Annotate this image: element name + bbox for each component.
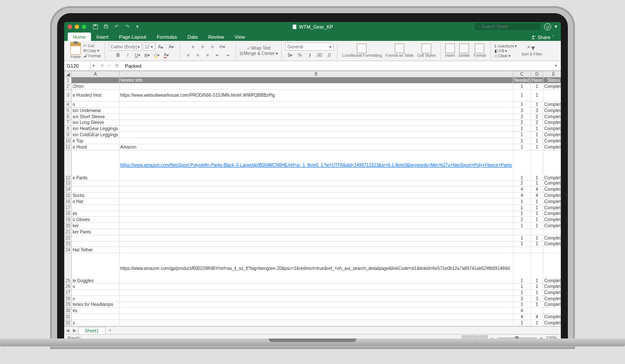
cell[interactable]: [119, 223, 513, 229]
cell[interactable]: 4: [513, 308, 531, 314]
row-header[interactable]: 18: [65, 211, 72, 217]
cell[interactable]: [119, 229, 513, 235]
cell[interactable]: https://www.wetsuitwearhouse.com/PROD/66…: [119, 89, 513, 102]
font-color-button[interactable]: A▾: [162, 51, 171, 59]
format-painter-button[interactable]: 🖌Format: [84, 54, 101, 58]
cell[interactable]: Complete: [543, 289, 561, 295]
fill-button[interactable]: ◧Fill▾: [494, 49, 517, 53]
cell[interactable]: 2: [531, 120, 543, 126]
cell[interactable]: 2: [531, 113, 543, 120]
sheet-nav-prev[interactable]: ◀: [64, 328, 71, 333]
fx-icon[interactable]: fx: [115, 63, 119, 69]
cell[interactable]: Complete: [543, 302, 561, 308]
cell[interactable]: https://www.amazon.com/gp/product/B00239…: [119, 253, 513, 284]
cell[interactable]: [119, 235, 513, 241]
cell[interactable]: [119, 198, 513, 204]
cell[interactable]: 1: [531, 320, 543, 326]
accept-formula-icon[interactable]: ✓: [108, 63, 112, 69]
cell[interactable]: [119, 126, 513, 132]
cell[interactable]: 4: [513, 186, 531, 193]
cell[interactable]: [119, 193, 513, 199]
cell[interactable]: [119, 83, 513, 89]
minimize-window-button[interactable]: [75, 25, 79, 29]
cell[interactable]: Complete: [543, 83, 561, 89]
copy-button[interactable]: ⧉Copy▾: [84, 48, 101, 53]
italic-button[interactable]: I: [123, 51, 133, 59]
cell[interactable]: 1: [531, 83, 543, 89]
row-header[interactable]: 30: [65, 308, 72, 314]
cell[interactable]: [119, 120, 513, 126]
cell[interactable]: ker: [72, 223, 119, 229]
row-header[interactable]: 25: [65, 253, 72, 284]
cell[interactable]: [543, 229, 561, 235]
cell[interactable]: Complete: [543, 144, 561, 150]
cell[interactable]: 1: [513, 132, 531, 138]
cell[interactable]: o: [72, 102, 119, 108]
cell[interactable]: [72, 77, 119, 84]
expand-formula-bar[interactable]: ▾: [551, 63, 561, 69]
cell[interactable]: [119, 204, 513, 211]
row-header[interactable]: 29: [65, 302, 72, 308]
cell[interactable]: [72, 186, 119, 193]
cell[interactable]: [531, 308, 543, 314]
cell[interactable]: [72, 314, 119, 320]
cell[interactable]: 3: [531, 295, 543, 302]
cell[interactable]: [119, 314, 513, 320]
cancel-formula-icon[interactable]: ✕: [100, 63, 104, 69]
name-box-dropdown[interactable]: ▾: [91, 63, 97, 69]
cell[interactable]: [72, 235, 119, 241]
row-header[interactable]: 31: [65, 314, 72, 320]
cell[interactable]: [119, 247, 513, 253]
cell[interactable]: o Gloves: [72, 217, 119, 223]
cell[interactable]: 1: [513, 241, 531, 247]
number-format-select[interactable]: General▾: [285, 43, 334, 51]
cell[interactable]: 1: [513, 204, 531, 211]
percent-button[interactable]: %: [295, 51, 305, 59]
wrap-text-button[interactable]: ⤶Wrap Text: [247, 46, 271, 51]
decrease-indent-button[interactable]: ⇤: [213, 51, 222, 59]
cell[interactable]: [119, 113, 513, 120]
cell[interactable]: 1: [513, 150, 531, 180]
col-header-D[interactable]: D: [531, 71, 543, 77]
fill-color-button[interactable]: ◇▾: [152, 51, 162, 59]
cell[interactable]: [119, 186, 513, 193]
tab-formulas[interactable]: Formulas: [152, 33, 182, 41]
cell[interactable]: Complete: [543, 120, 561, 126]
cell[interactable]: 1: [531, 235, 543, 241]
row-header[interactable]: 4: [65, 102, 72, 108]
clear-button[interactable]: ◇Clear▾: [494, 54, 517, 58]
cell[interactable]: Socks: [72, 193, 119, 199]
cell[interactable]: Complete: [543, 138, 561, 144]
cell[interactable]: es: [72, 211, 119, 217]
cell[interactable]: Complete: [543, 193, 561, 199]
cell[interactable]: 1: [513, 284, 531, 290]
merge-center-button[interactable]: ⊟Merge & Center▾: [240, 51, 278, 56]
cell[interactable]: Complete: [543, 204, 561, 211]
cell[interactable]: [119, 108, 513, 114]
align-bottom-button[interactable]: ≡: [208, 43, 218, 51]
cell[interactable]: Complete: [543, 102, 561, 108]
conditional-formatting-button[interactable]: Conditional Formatting: [341, 44, 383, 58]
cell[interactable]: [513, 247, 531, 253]
cell[interactable]: [543, 308, 561, 314]
cell[interactable]: ion ColdGEar Leggings: [72, 132, 119, 138]
cell[interactable]: 1: [513, 289, 531, 295]
cell[interactable]: 1: [531, 89, 543, 102]
row-header[interactable]: 16: [65, 198, 72, 204]
cell[interactable]: 3: [531, 108, 543, 114]
cell[interactable]: 1: [513, 320, 531, 326]
cell[interactable]: Complete: [543, 314, 561, 320]
increase-font-button[interactable]: A▴: [156, 43, 166, 51]
row-header[interactable]: 14: [65, 186, 72, 193]
cell[interactable]: ker Pants: [72, 229, 119, 235]
cut-button[interactable]: ✂Cut: [84, 44, 101, 48]
increase-decimal-button[interactable]: .00: [314, 51, 324, 59]
user-account-icon[interactable]: ☺: [544, 23, 551, 30]
cell[interactable]: ion HeatGear Leggings: [72, 126, 119, 132]
cell[interactable]: [72, 180, 119, 186]
cell[interactable]: [72, 289, 119, 295]
cell[interactable]: [119, 132, 513, 138]
tab-view[interactable]: View: [229, 33, 251, 41]
row-header[interactable]: 20: [65, 223, 72, 229]
row-header[interactable]: 7: [65, 120, 72, 126]
